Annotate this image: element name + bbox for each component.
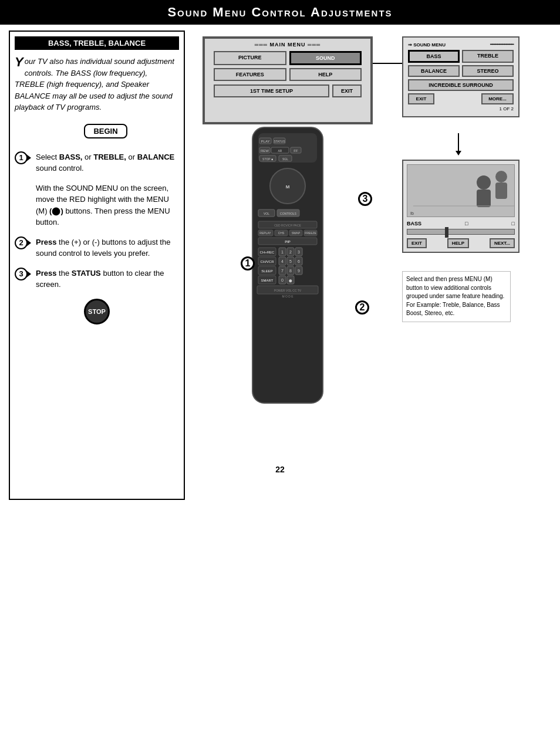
caption-box: Select and then press MENU (M) button to…: [402, 271, 511, 322]
svg-text:6: 6: [298, 259, 300, 263]
main-menu-screen: ═══ MAIN MENU ═══ PICTURE SOUND FEATURES…: [203, 36, 373, 124]
svg-text:CH+REC: CH+REC: [260, 251, 275, 254]
svg-text:SMART: SMART: [261, 279, 274, 282]
step-3: 3 Press the STATUS button to clear the s…: [15, 268, 179, 290]
sound-menu-grid: BASS TREBLE BALANCE STEREO: [408, 50, 514, 77]
menu-btn-1st-time-setup[interactable]: 1ST TIME SETUP: [214, 84, 329, 97]
step-2-text: Press the (+) or (-) buttons to adjust t…: [36, 236, 179, 259]
svg-text:CONTROLS: CONTROLS: [280, 212, 296, 215]
svg-text:3: 3: [298, 250, 300, 254]
svg-text:SLEEP: SLEEP: [261, 269, 272, 273]
svg-text:SWAP: SWAP: [292, 231, 301, 235]
step-2-number: 2: [15, 236, 28, 249]
svg-rect-68: [477, 190, 491, 207]
step-2: 2 Press the (+) or (-) buttons to adjust…: [15, 236, 179, 259]
svg-text:POWER  VOL  CC  TV: POWER VOL CC TV: [274, 289, 302, 292]
arrow-line-2: [458, 133, 459, 151]
arrow-line-1: [373, 63, 402, 64]
svg-text:⬤: ⬤: [289, 279, 292, 283]
menu-btn-exit[interactable]: EXIT: [332, 84, 362, 97]
svg-text:REW: REW: [261, 149, 269, 153]
sound-btn-more[interactable]: MORE...: [481, 93, 514, 104]
bass-label: BASS □ □: [407, 221, 515, 226]
svg-text:7: 7: [281, 269, 284, 273]
bass-illustration-svg: Ib: [407, 165, 515, 217]
svg-text:FF: FF: [294, 149, 298, 153]
diagram-step-1: 1: [241, 256, 255, 271]
begin-button[interactable]: BEGIN: [84, 124, 127, 138]
bass-slider-handle[interactable]: [445, 227, 448, 238]
bass-screen: Ib BASS □ □ EXIT HELP NEXT...: [402, 160, 519, 253]
bass-next-btn[interactable]: NEXT...: [490, 238, 515, 248]
remote-control: PLAY STATUS REW AR FF STOP ■ SGL: [241, 121, 335, 417]
sound-btn-incredible-surround[interactable]: INCREDIBLE SURROUND: [408, 79, 514, 91]
svg-text:CHS: CHS: [278, 231, 285, 235]
main-menu-grid: PICTURE SOUND FEATURES HELP: [205, 48, 370, 84]
stop-label: STOP: [88, 308, 106, 315]
bass-illustration: Ib: [407, 164, 515, 217]
step-1: 1 Select BASS, or TREBLE, or BALANCE sou…: [15, 151, 179, 174]
caption-text: Select and then press MENU (M) button to…: [406, 276, 504, 316]
section-header: BASS, TREBLE, BALANCE: [15, 36, 179, 50]
svg-text:CH/VCR: CH/VCR: [260, 260, 274, 263]
sound-btn-treble[interactable]: TREBLE: [462, 50, 514, 63]
bass-nav-buttons: EXIT HELP NEXT...: [407, 238, 515, 248]
sound-menu-label: SOUND MENU: [413, 42, 446, 48]
page-title: Sound Menu Control Adjustments: [0, 0, 560, 25]
svg-text:PLAY: PLAY: [261, 140, 270, 143]
svg-rect-70: [495, 182, 507, 199]
svg-text:8: 8: [289, 269, 292, 273]
sound-menu-screen: ⇒ SOUND MENU ━━━━━━━━━━ BASS TREBLE BALA…: [402, 36, 519, 117]
bass-help-btn[interactable]: HELP: [447, 238, 469, 248]
svg-text:REPLAY: REPLAY: [259, 231, 271, 235]
left-panel: BASS, TREBLE, BALANCE Y our TV also has …: [9, 31, 185, 500]
bass-slider[interactable]: [407, 229, 515, 235]
page-indicator: 1 OF 2: [408, 106, 514, 111]
main-menu-label: ═══ MAIN MENU ═══: [205, 42, 370, 48]
svg-text:SGL: SGL: [282, 157, 288, 161]
svg-text:2: 2: [289, 250, 292, 254]
diagram-area: ═══ MAIN MENU ═══ PICTURE SOUND FEATURES…: [191, 31, 551, 500]
svg-text:Ib: Ib: [410, 211, 414, 215]
svg-text:FREEZE: FREEZE: [305, 231, 316, 235]
diagram-step-3: 3: [358, 192, 372, 206]
step-1-text: Select BASS, or TREBLE, or BALANCE sound…: [36, 151, 179, 174]
sound-menu-bottom-row: EXIT MORE...: [408, 93, 514, 104]
step-3-number: 3: [15, 268, 28, 280]
sound-menu-label-row: ⇒ SOUND MENU ━━━━━━━━━━: [408, 42, 514, 48]
svg-text:STATUS: STATUS: [274, 140, 286, 143]
arrow-head-2: [456, 151, 461, 155]
svg-text:4: 4: [281, 259, 284, 263]
svg-text:PIP: PIP: [285, 240, 291, 244]
menu-btn-help[interactable]: HELP: [289, 68, 362, 81]
step-1-detail-text: With the SOUND MENU on the screen, move …: [36, 182, 179, 228]
svg-point-69: [495, 171, 507, 182]
menu-btn-sound[interactable]: SOUND: [289, 51, 362, 65]
step-3-text: Press the STATUS button to clear the scr…: [36, 268, 179, 290]
sound-btn-balance[interactable]: BALANCE: [408, 65, 460, 77]
menu-btn-picture[interactable]: PICTURE: [214, 51, 286, 65]
sound-btn-exit[interactable]: EXIT: [408, 93, 434, 104]
stop-icon: STOP: [84, 299, 110, 324]
intro-body: our TV also has individual sound adjustm…: [15, 57, 174, 111]
svg-text:STOP ■: STOP ■: [262, 157, 273, 161]
svg-text:M: M: [286, 184, 290, 190]
bass-exit-btn[interactable]: EXIT: [407, 238, 427, 248]
menu-btn-features[interactable]: FEATURES: [214, 68, 286, 81]
remote-svg: PLAY STATUS REW AR FF STOP ■ SGL: [241, 121, 335, 415]
svg-point-67: [477, 175, 491, 190]
main-menu-bottom-row: 1ST TIME SETUP EXIT: [205, 84, 370, 97]
intro-text: Y our TV also has individual sound adjus…: [15, 56, 179, 113]
svg-text:M    O    D    E: M O D E: [282, 295, 294, 298]
sound-btn-bass[interactable]: BASS: [408, 50, 460, 63]
step-1-number: 1: [15, 151, 28, 164]
svg-text:1: 1: [281, 250, 284, 254]
large-letter: Y: [15, 56, 23, 69]
svg-text:VOL: VOL: [264, 212, 269, 215]
right-panel: ═══ MAIN MENU ═══ PICTURE SOUND FEATURES…: [191, 31, 551, 500]
svg-text:AR: AR: [278, 149, 282, 153]
step-1-detail: With the SOUND MENU on the screen, move …: [15, 182, 179, 228]
svg-text:9: 9: [298, 269, 300, 273]
sound-btn-stereo[interactable]: STEREO: [462, 65, 514, 77]
svg-text:CED  RCV/CH  PACE: CED RCV/CH PACE: [274, 224, 301, 227]
